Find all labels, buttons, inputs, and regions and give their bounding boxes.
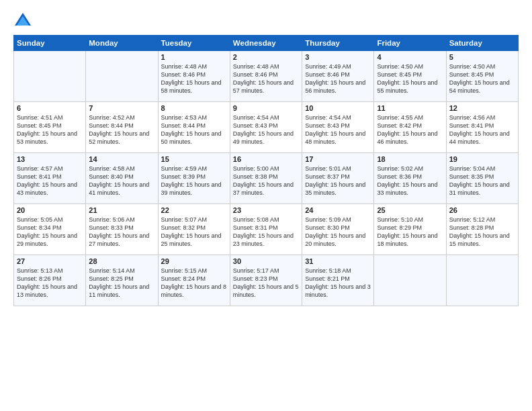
logo: [13, 11, 35, 30]
day-number: 31: [305, 257, 371, 265]
day-info: Sunrise: 5:15 AM Sunset: 8:24 PM Dayligh…: [161, 267, 227, 300]
day-info: Sunrise: 4:59 AM Sunset: 8:39 PM Dayligh…: [161, 165, 227, 197]
calendar-header: SundayMondayTuesdayWednesdayThursdayFrid…: [14, 36, 519, 51]
day-number: 30: [233, 257, 299, 265]
calendar-week-5: 27Sunrise: 5:13 AM Sunset: 8:26 PM Dayli…: [14, 255, 519, 306]
calendar-week-3: 13Sunrise: 4:57 AM Sunset: 8:41 PM Dayli…: [14, 153, 519, 204]
calendar-cell: 25Sunrise: 5:10 AM Sunset: 8:29 PM Dayli…: [374, 204, 446, 255]
day-info: Sunrise: 5:14 AM Sunset: 8:25 PM Dayligh…: [89, 267, 154, 300]
day-number: 22: [161, 206, 227, 214]
day-number: 3: [305, 53, 371, 61]
day-number: 5: [449, 53, 515, 61]
day-info: Sunrise: 5:05 AM Sunset: 8:34 PM Dayligh…: [17, 216, 83, 248]
calendar-cell: 30Sunrise: 5:17 AM Sunset: 8:23 PM Dayli…: [230, 255, 302, 306]
page: SundayMondayTuesdayWednesdayThursdayFrid…: [0, 0, 532, 411]
calendar-cell: 22Sunrise: 5:07 AM Sunset: 8:32 PM Dayli…: [158, 204, 230, 255]
day-number: 28: [89, 257, 154, 265]
calendar-cell: [14, 51, 86, 102]
calendar-cell: 20Sunrise: 5:05 AM Sunset: 8:34 PM Dayli…: [14, 204, 86, 255]
calendar-cell: 15Sunrise: 4:59 AM Sunset: 8:39 PM Dayli…: [158, 153, 230, 204]
day-number: 25: [377, 206, 443, 214]
day-info: Sunrise: 5:18 AM Sunset: 8:21 PM Dayligh…: [305, 267, 371, 300]
day-number: 2: [233, 53, 299, 61]
calendar-cell: 1Sunrise: 4:48 AM Sunset: 8:46 PM Daylig…: [158, 51, 230, 102]
calendar-cell: [374, 255, 446, 306]
calendar-cell: 19Sunrise: 5:04 AM Sunset: 8:35 PM Dayli…: [446, 153, 518, 204]
day-number: 18: [377, 155, 443, 163]
calendar-cell: 8Sunrise: 4:53 AM Sunset: 8:44 PM Daylig…: [158, 102, 230, 153]
calendar-cell: 27Sunrise: 5:13 AM Sunset: 8:26 PM Dayli…: [14, 255, 86, 306]
calendar-table: SundayMondayTuesdayWednesdayThursdayFrid…: [13, 35, 519, 306]
day-info: Sunrise: 4:49 AM Sunset: 8:46 PM Dayligh…: [305, 62, 371, 95]
day-info: Sunrise: 5:04 AM Sunset: 8:35 PM Dayligh…: [449, 165, 515, 197]
calendar-cell: 7Sunrise: 4:52 AM Sunset: 8:44 PM Daylig…: [86, 102, 158, 153]
day-number: 23: [233, 206, 299, 214]
day-info: Sunrise: 5:06 AM Sunset: 8:33 PM Dayligh…: [89, 216, 154, 248]
calendar-cell: 9Sunrise: 4:54 AM Sunset: 8:43 PM Daylig…: [230, 102, 302, 153]
day-info: Sunrise: 4:52 AM Sunset: 8:44 PM Dayligh…: [89, 113, 154, 146]
day-number: 21: [89, 206, 154, 214]
day-number: 1: [161, 53, 227, 61]
day-info: Sunrise: 4:51 AM Sunset: 8:45 PM Dayligh…: [17, 113, 83, 146]
day-info: Sunrise: 4:48 AM Sunset: 8:46 PM Dayligh…: [233, 62, 299, 95]
day-info: Sunrise: 5:17 AM Sunset: 8:23 PM Dayligh…: [233, 267, 299, 300]
header-cell-thursday: Thursday: [302, 36, 374, 51]
day-info: Sunrise: 5:00 AM Sunset: 8:38 PM Dayligh…: [233, 165, 299, 197]
calendar-cell: 24Sunrise: 5:09 AM Sunset: 8:30 PM Dayli…: [302, 204, 374, 255]
calendar-week-1: 1Sunrise: 4:48 AM Sunset: 8:46 PM Daylig…: [14, 51, 519, 102]
day-number: 20: [17, 206, 83, 214]
calendar-cell: 5Sunrise: 4:50 AM Sunset: 8:45 PM Daylig…: [446, 51, 518, 102]
day-info: Sunrise: 5:12 AM Sunset: 8:28 PM Dayligh…: [449, 216, 515, 248]
calendar-cell: 21Sunrise: 5:06 AM Sunset: 8:33 PM Dayli…: [86, 204, 158, 255]
day-info: Sunrise: 4:57 AM Sunset: 8:41 PM Dayligh…: [17, 165, 83, 197]
day-info: Sunrise: 5:02 AM Sunset: 8:36 PM Dayligh…: [377, 165, 443, 197]
calendar-cell: 2Sunrise: 4:48 AM Sunset: 8:46 PM Daylig…: [230, 51, 302, 102]
day-number: 13: [17, 155, 83, 163]
day-info: Sunrise: 4:58 AM Sunset: 8:40 PM Dayligh…: [89, 165, 154, 197]
day-info: Sunrise: 4:53 AM Sunset: 8:44 PM Dayligh…: [161, 113, 227, 146]
day-number: 15: [161, 155, 227, 163]
day-info: Sunrise: 5:07 AM Sunset: 8:32 PM Dayligh…: [161, 216, 227, 248]
header-cell-friday: Friday: [374, 36, 446, 51]
day-number: 12: [449, 104, 515, 112]
day-number: 16: [233, 155, 299, 163]
day-number: 29: [161, 257, 227, 265]
calendar-cell: 28Sunrise: 5:14 AM Sunset: 8:25 PM Dayli…: [86, 255, 158, 306]
calendar-cell: 16Sunrise: 5:00 AM Sunset: 8:38 PM Dayli…: [230, 153, 302, 204]
day-info: Sunrise: 4:56 AM Sunset: 8:41 PM Dayligh…: [449, 113, 515, 146]
day-number: 10: [305, 104, 371, 112]
calendar-cell: 29Sunrise: 5:15 AM Sunset: 8:24 PM Dayli…: [158, 255, 230, 306]
day-info: Sunrise: 5:10 AM Sunset: 8:29 PM Dayligh…: [377, 216, 443, 248]
day-info: Sunrise: 4:48 AM Sunset: 8:46 PM Dayligh…: [161, 62, 227, 95]
day-number: 17: [305, 155, 371, 163]
header-cell-saturday: Saturday: [446, 36, 518, 51]
calendar-week-4: 20Sunrise: 5:05 AM Sunset: 8:34 PM Dayli…: [14, 204, 519, 255]
calendar-week-2: 6Sunrise: 4:51 AM Sunset: 8:45 PM Daylig…: [14, 102, 519, 153]
day-info: Sunrise: 5:01 AM Sunset: 8:37 PM Dayligh…: [305, 165, 371, 197]
logo-icon: [13, 11, 32, 30]
calendar-cell: 14Sunrise: 4:58 AM Sunset: 8:40 PM Dayli…: [86, 153, 158, 204]
calendar-cell: 3Sunrise: 4:49 AM Sunset: 8:46 PM Daylig…: [302, 51, 374, 102]
day-number: 9: [233, 104, 299, 112]
day-number: 14: [89, 155, 154, 163]
day-info: Sunrise: 4:50 AM Sunset: 8:45 PM Dayligh…: [377, 62, 443, 95]
day-info: Sunrise: 4:54 AM Sunset: 8:43 PM Dayligh…: [305, 113, 371, 146]
day-info: Sunrise: 4:55 AM Sunset: 8:42 PM Dayligh…: [377, 113, 443, 146]
day-info: Sunrise: 4:50 AM Sunset: 8:45 PM Dayligh…: [449, 62, 515, 95]
day-number: 27: [17, 257, 83, 265]
day-info: Sunrise: 5:09 AM Sunset: 8:30 PM Dayligh…: [305, 216, 371, 248]
header-cell-wednesday: Wednesday: [230, 36, 302, 51]
calendar-cell: 4Sunrise: 4:50 AM Sunset: 8:45 PM Daylig…: [374, 51, 446, 102]
calendar-cell: 12Sunrise: 4:56 AM Sunset: 8:41 PM Dayli…: [446, 102, 518, 153]
calendar-cell: 31Sunrise: 5:18 AM Sunset: 8:21 PM Dayli…: [302, 255, 374, 306]
header-cell-sunday: Sunday: [14, 36, 86, 51]
calendar-cell: 11Sunrise: 4:55 AM Sunset: 8:42 PM Dayli…: [374, 102, 446, 153]
day-number: 11: [377, 104, 443, 112]
day-info: Sunrise: 4:54 AM Sunset: 8:43 PM Dayligh…: [233, 113, 299, 146]
calendar-cell: 17Sunrise: 5:01 AM Sunset: 8:37 PM Dayli…: [302, 153, 374, 204]
day-info: Sunrise: 5:13 AM Sunset: 8:26 PM Dayligh…: [17, 267, 83, 300]
header-cell-tuesday: Tuesday: [158, 36, 230, 51]
calendar-cell: 6Sunrise: 4:51 AM Sunset: 8:45 PM Daylig…: [14, 102, 86, 153]
calendar-cell: 26Sunrise: 5:12 AM Sunset: 8:28 PM Dayli…: [446, 204, 518, 255]
calendar-body: 1Sunrise: 4:48 AM Sunset: 8:46 PM Daylig…: [14, 51, 519, 306]
